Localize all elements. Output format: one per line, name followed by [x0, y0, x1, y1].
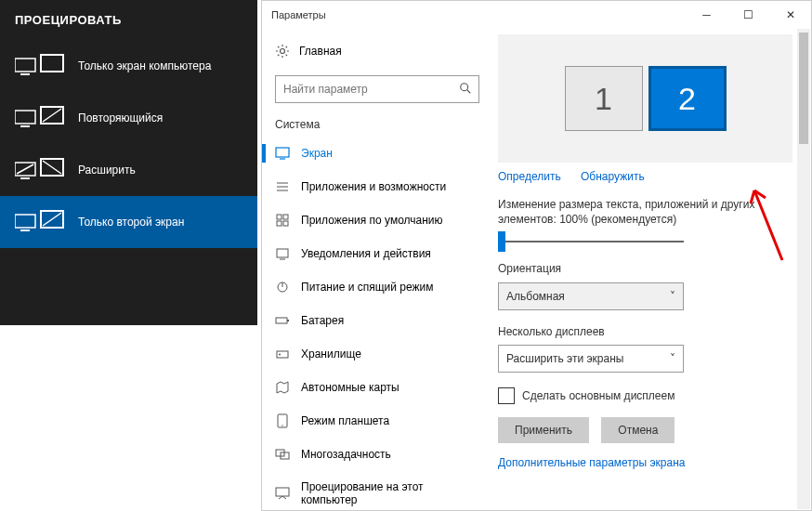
nav-home-label: Главная [299, 45, 342, 58]
minimize-button[interactable]: ─ [686, 1, 727, 29]
battery-icon [275, 313, 290, 328]
svg-point-24 [279, 354, 281, 356]
maximize-button[interactable]: ☐ [727, 1, 769, 29]
nav-item-multitasking[interactable]: Многозадачность [262, 438, 492, 471]
checkbox-box [498, 387, 515, 404]
svg-rect-3 [15, 111, 35, 124]
nav-item-projecting[interactable]: Проецирование на этот компьютер [262, 471, 492, 510]
search-box [275, 75, 479, 103]
notifications-icon [275, 246, 290, 261]
apply-button[interactable]: Применить [498, 417, 589, 443]
svg-rect-4 [20, 125, 30, 127]
project-item-duplicate[interactable]: Повторяющийся [0, 92, 257, 144]
make-main-checkbox[interactable]: Сделать основным дисплеем [498, 387, 792, 404]
project-item-extend[interactable]: Расширить [0, 144, 257, 196]
nav-item-display[interactable]: Экран [262, 137, 492, 170]
identify-link[interactable]: Определить [498, 170, 561, 183]
nav-item-battery[interactable]: Батарея [262, 304, 492, 337]
project-item-pc-only[interactable]: Только экран компьютера [0, 40, 257, 92]
nav-item-label: Уведомления и действия [301, 247, 431, 260]
nav-item-apps[interactable]: Приложения и возможности [262, 170, 492, 203]
nav-item-maps[interactable]: Автономные карты [262, 371, 492, 404]
pc-screen-only-icon [15, 53, 65, 79]
apps-icon [275, 179, 290, 194]
search-icon [459, 82, 472, 95]
maps-icon [275, 380, 290, 395]
window-controls: ─ ☐ ✕ [686, 1, 811, 29]
nav-item-label: Проецирование на этот компьютер [301, 480, 479, 506]
nav-item-label: Батарея [301, 314, 344, 327]
content-area: 1 2 Определить Обнаружить Изменение разм… [492, 29, 811, 510]
tablet-icon [275, 413, 290, 428]
project-title: ПРОЕЦИРОВАТЬ [0, 0, 257, 40]
nav-item-notifications[interactable]: Уведомления и действия [262, 237, 492, 270]
svg-rect-22 [287, 320, 289, 321]
display-arrangement[interactable]: 1 2 [498, 34, 792, 163]
nav-item-label: Автономные карты [301, 381, 399, 394]
search-input[interactable] [275, 75, 479, 103]
titlebar: Параметры ─ ☐ ✕ [262, 1, 811, 29]
svg-rect-15 [277, 215, 282, 219]
scrollbar[interactable] [797, 29, 810, 509]
nav-item-label: Режим планшета [301, 414, 389, 427]
nav-item-label: Многозадачность [301, 448, 391, 461]
project-item-label: Только экран компьютера [78, 59, 211, 72]
nav-item-label: Питание и спящий режим [301, 281, 434, 294]
svg-rect-16 [283, 215, 288, 219]
svg-rect-23 [277, 351, 288, 358]
monitor-1[interactable]: 1 [565, 66, 643, 131]
svg-rect-9 [15, 215, 35, 228]
svg-rect-17 [277, 221, 282, 226]
nav-item-storage[interactable]: Хранилище [262, 337, 492, 371]
svg-rect-18 [283, 221, 288, 226]
svg-rect-7 [20, 177, 30, 179]
duplicate-icon [15, 105, 65, 131]
display-icon [275, 146, 290, 161]
cancel-button[interactable]: Отмена [601, 417, 674, 443]
svg-point-26 [282, 425, 282, 426]
scrollbar-thumb[interactable] [799, 33, 808, 144]
nav-item-label: Приложения по умолчанию [301, 214, 443, 227]
settings-window: Параметры ─ ☐ ✕ Главная Система Экран [261, 0, 812, 511]
multiple-value: Расширить эти экраны [506, 352, 623, 365]
settings-nav: Главная Система Экран Приложения и возмо… [262, 29, 492, 510]
svg-rect-14 [276, 148, 289, 157]
power-icon [275, 280, 290, 295]
svg-rect-0 [15, 59, 35, 72]
close-button[interactable]: ✕ [769, 1, 811, 29]
orientation-dropdown[interactable]: Альбомная ˅ [498, 282, 684, 310]
chevron-down-icon: ˅ [670, 352, 675, 365]
detect-link[interactable]: Обнаружить [581, 170, 645, 183]
nav-item-tablet[interactable]: Режим планшета [262, 404, 492, 438]
nav-item-power[interactable]: Питание и спящий режим [262, 270, 492, 304]
chevron-down-icon: ˅ [670, 290, 675, 303]
storage-icon [275, 347, 290, 361]
window-title: Параметры [271, 9, 326, 20]
multitasking-icon [275, 447, 290, 462]
multiple-dropdown[interactable]: Расширить эти экраны ˅ [498, 345, 684, 373]
orientation-value: Альбомная [506, 290, 565, 303]
monitor-2[interactable]: 2 [648, 66, 727, 131]
extend-icon [15, 157, 65, 183]
advanced-link[interactable]: Дополнительные параметры экрана [498, 456, 776, 469]
svg-point-13 [461, 84, 468, 91]
svg-rect-19 [277, 249, 288, 257]
svg-rect-29 [276, 488, 289, 496]
scale-label: Изменение размера текста, приложений и д… [498, 198, 792, 227]
svg-rect-21 [276, 318, 287, 323]
scale-slider[interactable] [498, 241, 684, 242]
nav-item-label: Хранилище [301, 347, 361, 360]
projecting-icon [275, 486, 290, 501]
second-screen-only-icon [15, 209, 65, 235]
project-item-label: Расширить [78, 164, 136, 177]
nav-home[interactable]: Главная [262, 36, 492, 66]
nav-section-label: Система [262, 112, 492, 137]
svg-point-12 [281, 49, 285, 54]
nav-item-default-apps[interactable]: Приложения по умолчанию [262, 203, 492, 237]
project-item-label: Повторяющийся [78, 111, 163, 124]
project-item-second-only[interactable]: Только второй экран [0, 196, 257, 248]
project-item-label: Только второй экран [78, 216, 184, 229]
default-apps-icon [275, 213, 290, 228]
svg-rect-2 [41, 55, 63, 72]
project-flyout: ПРОЕЦИРОВАТЬ Только экран компьютера Пов… [0, 0, 257, 325]
